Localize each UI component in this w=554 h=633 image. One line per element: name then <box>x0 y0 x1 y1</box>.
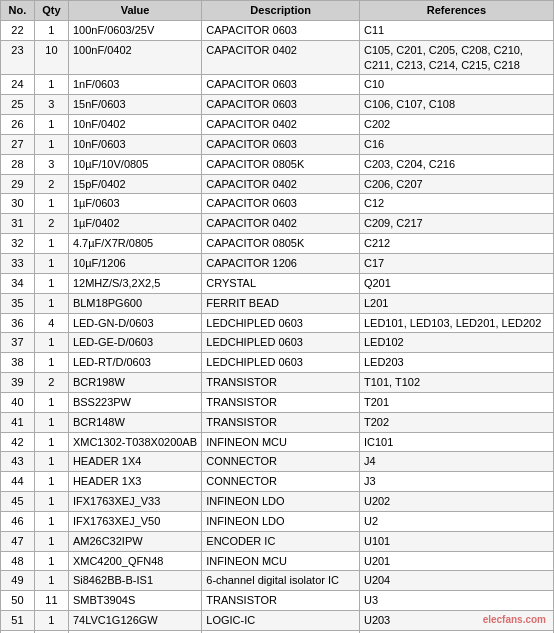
table-row: 381LED-RT/D/0603LEDCHIPLED 0603LED203 <box>1 353 554 373</box>
cell-desc: FERRIT BEAD <box>202 293 360 313</box>
cell-desc: CAPACITOR 0603 <box>202 20 360 40</box>
table-row: 401BSS223PWTRANSISTORT201 <box>1 392 554 412</box>
bom-table: No. Qty Value Description References 221… <box>0 0 554 633</box>
cell-no: 48 <box>1 551 35 571</box>
table-row: 5011SMBT3904STRANSISTORU3 <box>1 591 554 611</box>
cell-refs: T202 <box>359 412 553 432</box>
cell-desc: CAPACITOR 0805K <box>202 234 360 254</box>
table-row: 481XMC4200_QFN48INFINEON MCUU201 <box>1 551 554 571</box>
cell-desc: TRANSISTOR <box>202 412 360 432</box>
cell-refs: LED203 <box>359 353 553 373</box>
cell-no: 36 <box>1 313 35 333</box>
cell-no: 39 <box>1 373 35 393</box>
cell-desc: CAPACITOR 0603 <box>202 95 360 115</box>
cell-desc: CAPACITOR 0603 <box>202 134 360 154</box>
cell-refs: C12 <box>359 194 553 214</box>
cell-desc: INFINEON MCU <box>202 432 360 452</box>
table-row: 471AM26C32IPWENCODER ICU101 <box>1 531 554 551</box>
cell-value: IFX1763XEJ_V33 <box>68 492 201 512</box>
cell-value: HEADER 1X4 <box>68 452 201 472</box>
cell-qty: 3 <box>34 154 68 174</box>
cell-value: 10nF/0402 <box>68 115 201 135</box>
cell-qty: 1 <box>34 432 68 452</box>
cell-value: 15pF/0402 <box>68 174 201 194</box>
cell-no: 31 <box>1 214 35 234</box>
cell-refs: C106, C107, C108 <box>359 95 553 115</box>
cell-desc: CAPACITOR 0805K <box>202 154 360 174</box>
header-no: No. <box>1 1 35 21</box>
cell-refs: C203, C204, C216 <box>359 154 553 174</box>
cell-no: 42 <box>1 432 35 452</box>
cell-desc: LEDCHIPLED 0603 <box>202 333 360 353</box>
cell-qty: 1 <box>34 531 68 551</box>
cell-desc: TRANSISTOR <box>202 392 360 412</box>
cell-refs: T101, T102 <box>359 373 553 393</box>
cell-qty: 1 <box>34 333 68 353</box>
cell-value: 10µF/1206 <box>68 253 201 273</box>
table-row: 421XMC1302-T038X0200ABINFINEON MCUIC101 <box>1 432 554 452</box>
cell-value: SMBT3904S <box>68 591 201 611</box>
cell-desc: CAPACITOR 0402 <box>202 40 360 75</box>
cell-desc: CAPACITOR 0402 <box>202 214 360 234</box>
cell-qty: 1 <box>34 571 68 591</box>
cell-value: LED-RT/D/0603 <box>68 353 201 373</box>
cell-refs: J3 <box>359 472 553 492</box>
cell-no: 26 <box>1 115 35 135</box>
table-row: 392BCR198WTRANSISTORT101, T102 <box>1 373 554 393</box>
cell-value: IFX1763XEJ_V50 <box>68 511 201 531</box>
table-row: 441HEADER 1X3CONNECTORJ3 <box>1 472 554 492</box>
cell-refs: J4 <box>359 452 553 472</box>
table-row: 34112MHZ/S/3,2X2,5CRYSTALQ201 <box>1 273 554 293</box>
cell-desc: LEDCHIPLED 0603 <box>202 313 360 333</box>
cell-no: 30 <box>1 194 35 214</box>
cell-qty: 1 <box>34 293 68 313</box>
cell-refs: LED102 <box>359 333 553 353</box>
cell-value: BCR198W <box>68 373 201 393</box>
cell-desc: CRYSTAL <box>202 273 360 293</box>
table-row: 461IFX1763XEJ_V50INFINEON LDOU2 <box>1 511 554 531</box>
cell-desc: CONNECTOR <box>202 472 360 492</box>
cell-refs: Q201 <box>359 273 553 293</box>
cell-value: 10µF/10V/0805 <box>68 154 201 174</box>
cell-desc: LEDCHIPLED 0603 <box>202 353 360 373</box>
cell-desc: CAPACITOR 1206 <box>202 253 360 273</box>
cell-qty: 1 <box>34 115 68 135</box>
table-row: 221100nF/0603/25VCAPACITOR 0603C11 <box>1 20 554 40</box>
table-row: 371LED-GE-D/0603LEDCHIPLED 0603LED102 <box>1 333 554 353</box>
table-row: 29215pF/0402CAPACITOR 0402C206, C207 <box>1 174 554 194</box>
cell-desc: INFINEON MCU <box>202 551 360 571</box>
table-row: 411BCR148WTRANSISTORT202 <box>1 412 554 432</box>
cell-value: HEADER 1X3 <box>68 472 201 492</box>
cell-value: AM26C32IPW <box>68 531 201 551</box>
cell-qty: 2 <box>34 373 68 393</box>
cell-no: 24 <box>1 75 35 95</box>
cell-qty: 1 <box>34 472 68 492</box>
cell-value: BLM18PG600 <box>68 293 201 313</box>
cell-qty: 1 <box>34 392 68 412</box>
cell-refs: LED101, LED103, LED201, LED202 <box>359 313 553 333</box>
cell-no: 27 <box>1 134 35 154</box>
table-row: 3214.7µF/X7R/0805CAPACITOR 0805KC212 <box>1 234 554 254</box>
cell-no: 43 <box>1 452 35 472</box>
cell-no: 34 <box>1 273 35 293</box>
cell-value: XMC1302-T038X0200AB <box>68 432 201 452</box>
cell-no: 22 <box>1 20 35 40</box>
table-row: 28310µF/10V/0805CAPACITOR 0805KC203, C20… <box>1 154 554 174</box>
cell-desc: CAPACITOR 0603 <box>202 75 360 95</box>
cell-desc: TRANSISTOR <box>202 373 360 393</box>
cell-no: 32 <box>1 234 35 254</box>
cell-no: 25 <box>1 95 35 115</box>
cell-value: BSS223PW <box>68 392 201 412</box>
cell-refs: C16 <box>359 134 553 154</box>
table-row: 364LED-GN-D/0603LEDCHIPLED 0603LED101, L… <box>1 313 554 333</box>
cell-no: 45 <box>1 492 35 512</box>
cell-refs: U2 <box>359 511 553 531</box>
table-row: 3011µF/0603CAPACITOR 0603C12 <box>1 194 554 214</box>
table-row: 51174LVC1G126GWLOGIC-ICU203 <box>1 611 554 631</box>
cell-qty: 4 <box>34 313 68 333</box>
cell-desc: INFINEON LDO <box>202 492 360 512</box>
cell-value: 1nF/0603 <box>68 75 201 95</box>
cell-value: LED-GE-D/0603 <box>68 333 201 353</box>
cell-qty: 1 <box>34 412 68 432</box>
cell-value: LED-GN-D/0603 <box>68 313 201 333</box>
